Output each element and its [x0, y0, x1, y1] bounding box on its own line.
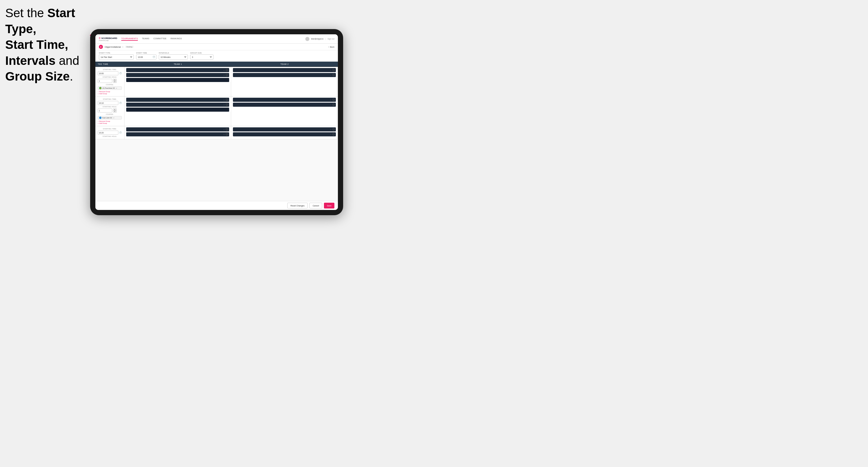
app-logo: C SCOREBOARD Powered by clipp — [99, 37, 117, 41]
nav-user: blair@clippd.io | Sign out — [305, 37, 334, 41]
starting-time-input-1[interactable] — [98, 71, 118, 75]
clock-icon-1: 🕐 — [119, 72, 122, 74]
table-header: Tee Time Team 1 Team 2 — [95, 62, 338, 67]
slot-action-btn[interactable]: ○ — [226, 103, 228, 106]
slot-remove-btn[interactable]: ✕ — [223, 99, 225, 101]
slot-remove-btn[interactable]: ✕ — [330, 104, 332, 106]
starting-hole-input-2[interactable] — [98, 108, 112, 113]
slot-remove-btn[interactable]: ✕ — [223, 104, 225, 106]
col-header-team1: Team 1 — [124, 62, 231, 67]
slot-action-btn[interactable]: ○ — [332, 103, 335, 106]
hole-stepper-1[interactable]: ▲ ▼ — [113, 79, 117, 83]
team1-slot-3a: ✕ ○ — [126, 127, 229, 131]
add-group-link-2[interactable]: + Add Group — [98, 122, 122, 124]
user-avatar — [305, 37, 309, 41]
team2-slot-3a: ✕ ○ — [233, 127, 336, 131]
course-icon-1: ⛳ — [99, 87, 101, 89]
clock-icon-2: 🕐 — [119, 102, 122, 104]
sign-out-link[interactable]: Sign out — [328, 38, 334, 40]
reset-changes-button[interactable]: Reset Changes — [287, 203, 308, 209]
team1-cell-3: ✕ ○ ✕ ○ — [124, 126, 231, 139]
nav-tab-tournaments[interactable]: TOURNAMENTS — [121, 37, 138, 41]
course-tag-2: 🏌 East Lake GC × — [98, 116, 122, 120]
col-header-tee-time: Tee Time — [95, 62, 124, 67]
team2-slot-2a: ✕ ○ — [233, 98, 336, 102]
tablet-screen: C SCOREBOARD Powered by clipp TOURNAMENT… — [95, 34, 338, 210]
course-icon-2: 🏌 — [99, 117, 101, 119]
col-header-team2: Team 2 — [231, 62, 338, 67]
starting-time-input-3[interactable] — [98, 130, 118, 135]
start-type-group: Start Type 1st Tee Start — [99, 52, 134, 60]
controls-row: Start Type 1st Tee Start Start Time 🕐 In… — [95, 50, 338, 62]
remove-group-link-2[interactable]: ○ Remove Group — [98, 120, 122, 122]
breadcrumb: C Clippd Invitational › Hosting — [99, 45, 134, 49]
team1-slot-2c — [126, 107, 229, 112]
start-type-select[interactable]: 1st Tee Start — [99, 54, 134, 60]
nav-tab-teams[interactable]: TEAMS — [142, 37, 150, 41]
group-size-select[interactable]: 3 — [190, 54, 213, 60]
nav-tabs: TOURNAMENTS TEAMS COMMITTEE RANKINGS — [121, 37, 305, 41]
nav-tab-rankings[interactable]: RANKINGS — [171, 37, 182, 41]
team2-slot-3b: ✕ ○ — [233, 132, 336, 136]
tablet-frame: C SCOREBOARD Powered by clipp TOURNAMENT… — [90, 29, 343, 215]
team2-slot-1b: ✕ ○ — [233, 73, 336, 77]
team1-slot-3b: ✕ ○ — [126, 132, 229, 136]
left-panel-2: STARTING TIME: 🕐 STARTING HOLE: ▲ ▼ COUR… — [95, 97, 124, 126]
slot-remove-btn[interactable]: ✕ — [330, 133, 332, 135]
slot-remove-btn[interactable]: ✕ — [330, 99, 332, 101]
clock-icon-3: 🕐 — [119, 131, 122, 134]
course-tag-1: ⛳ (A) Peachtree GC × — [98, 86, 122, 90]
left-panel-1: STARTING TIME: 🕐 STARTING HOLE: ▲ ▼ COUR… — [95, 67, 124, 96]
team2-slot-1a: ✕ ○ — [233, 68, 336, 72]
instruction-text: Set the Start Type, Start Time, Interval… — [5, 5, 90, 85]
back-button[interactable]: ‹ Back — [328, 46, 334, 48]
slot-remove-btn[interactable]: ✕ — [330, 128, 332, 130]
remove-course-2[interactable]: × — [113, 117, 114, 119]
slot-remove-btn[interactable]: ✕ — [330, 69, 332, 71]
slot-remove-btn[interactable]: ✕ — [223, 133, 225, 135]
slot-action-btn[interactable]: ○ — [332, 74, 335, 76]
slot-action-btn[interactable]: ○ — [226, 69, 228, 71]
team1-cell-1: ✕ ○ ✕ ○ — [124, 67, 231, 96]
clock-icon: 🕐 — [153, 56, 155, 58]
slot-action-btn[interactable]: ○ — [332, 128, 335, 130]
navbar: C SCOREBOARD Powered by clipp TOURNAMENT… — [95, 34, 338, 43]
team1-slot-2b: ✕ ○ — [126, 103, 229, 107]
slot-remove-btn[interactable]: ✕ — [223, 69, 225, 71]
hole-stepper-2[interactable]: ▲ ▼ — [113, 108, 117, 113]
slot-action-btn[interactable]: ○ — [332, 133, 335, 135]
team1-slot-1c — [126, 78, 229, 82]
left-panel-3: STARTING TIME: 🕐 STARTING HOLE: — [95, 126, 124, 139]
tee-group-2: STARTING TIME: 🕐 STARTING HOLE: ▲ ▼ COUR… — [95, 97, 338, 126]
cancel-button[interactable]: Cancel — [309, 203, 322, 209]
slot-action-btn[interactable]: ○ — [226, 128, 228, 130]
team2-cell-3: ✕ ○ ✕ ○ — [231, 126, 338, 139]
slot-action-btn[interactable]: ○ — [226, 99, 228, 101]
add-group-link-1[interactable]: + Add Group — [98, 93, 122, 94]
remove-group-link-1[interactable]: ○ Remove Group — [98, 91, 122, 92]
main-content: Tee Time Team 1 Team 2 STARTING TIME: 🕐 … — [95, 62, 338, 201]
intervals-select[interactable]: 10 Minutes — [159, 54, 188, 60]
starting-hole-input-1[interactable] — [98, 79, 112, 83]
group-size-group: Group Size 3 — [190, 52, 213, 60]
tee-group-1: STARTING TIME: 🕐 STARTING HOLE: ▲ ▼ COUR… — [95, 67, 338, 97]
slot-remove-btn[interactable]: ✕ — [223, 128, 225, 130]
slot-action-btn[interactable]: ○ — [332, 99, 335, 101]
slot-remove-btn[interactable]: ✕ — [223, 74, 225, 76]
slot-action-btn[interactable]: ○ — [226, 133, 228, 135]
slot-remove-btn[interactable]: ✕ — [330, 74, 332, 76]
save-button[interactable]: Save — [324, 203, 334, 209]
team2-cell-1: ✕ ○ ✕ ○ — [231, 67, 338, 96]
remove-course-1[interactable]: × — [116, 87, 117, 89]
starting-time-input-2[interactable] — [98, 101, 118, 105]
tee-group-3: STARTING TIME: 🕐 STARTING HOLE: ✕ ○ ✕ ○ — [95, 126, 338, 139]
slot-action-btn[interactable]: ○ — [226, 74, 228, 76]
breadcrumb-bar: C Clippd Invitational › Hosting ‹ Back — [95, 43, 338, 50]
team2-cell-2: ✕ ○ ✕ ○ — [231, 97, 338, 126]
team1-slot-1b: ✕ ○ — [126, 73, 229, 77]
slot-action-btn[interactable]: ○ — [332, 69, 335, 71]
team2-slot-2b: ✕ ○ — [233, 103, 336, 107]
nav-tab-committee[interactable]: COMMITTEE — [154, 37, 166, 41]
team1-slot-2a: ✕ ○ — [126, 98, 229, 102]
team1-cell-2: ✕ ○ ✕ ○ — [124, 97, 231, 126]
